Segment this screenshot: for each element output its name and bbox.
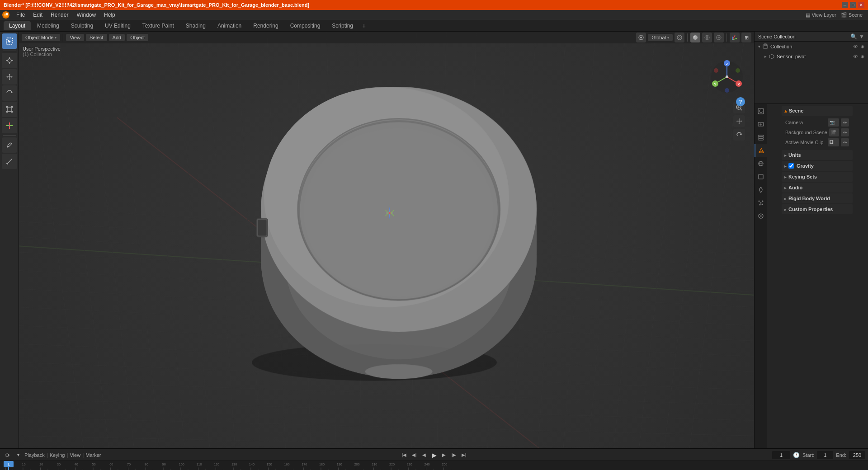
tab-sculpting[interactable]: Sculpting <box>66 21 99 30</box>
playback-menu-label[interactable]: Playback <box>24 452 45 458</box>
collection-visibility-icon[interactable]: 👁 <box>853 44 858 49</box>
close-button[interactable]: ✕ <box>858 2 864 8</box>
prev-frame-btn[interactable]: ◀ <box>420 451 429 460</box>
keying-sets-header[interactable]: ▸ Keying Sets <box>782 172 853 182</box>
measure-tool-button[interactable] <box>2 154 17 169</box>
menu-edit[interactable]: Edit <box>29 11 46 19</box>
scene-props-tab[interactable] <box>755 144 767 157</box>
proportional-edit-btn[interactable] <box>675 33 684 42</box>
modifier-props-tab[interactable] <box>755 183 767 196</box>
rigid-body-world-header[interactable]: ▸ Rigid Body World <box>782 193 853 203</box>
frame-ruler[interactable]: 1 1 10 20 30 40 50 60 <box>0 461 868 470</box>
viewport-shading-solid[interactable] <box>690 33 700 42</box>
outliner-search-icon[interactable]: 🔍 <box>850 33 857 40</box>
movie-clip-edit-btn[interactable]: ✏ <box>841 138 849 146</box>
next-keyframe-btn[interactable]: |▶ <box>449 451 458 460</box>
cursor-tool-button[interactable] <box>2 53 17 68</box>
blender-logo-icon[interactable] <box>2 11 10 19</box>
outliner-filter-icon[interactable]: ▼ <box>859 33 864 40</box>
world-props-tab[interactable] <box>755 157 767 170</box>
particles-tab[interactable] <box>755 197 767 209</box>
prev-keyframe-btn[interactable]: ◀| <box>410 451 419 460</box>
menu-file[interactable]: File <box>13 11 28 19</box>
timeline-dropdown-arrow[interactable]: ▾ <box>14 451 23 460</box>
timeline-settings-icon[interactable] <box>3 451 12 460</box>
tab-animation[interactable]: Animation <box>212 21 247 30</box>
keying-menu-label[interactable]: Keying <box>50 452 65 458</box>
camera-edit-btn[interactable]: ✏ <box>841 118 849 127</box>
view-menu-label[interactable]: View <box>70 452 81 458</box>
scene-section-header[interactable]: ▴ Scene <box>782 106 853 116</box>
minimize-button[interactable]: ─ <box>842 2 848 8</box>
output-props-tab[interactable] <box>755 118 767 131</box>
next-frame-btn[interactable]: ▶ <box>439 451 448 460</box>
marker-menu-label[interactable]: Marker <box>85 452 101 458</box>
transform-tool-button[interactable] <box>2 118 17 133</box>
tab-compositing[interactable]: Compositing <box>285 21 326 30</box>
maximize-button[interactable]: □ <box>850 2 856 8</box>
add-menu[interactable]: Add <box>109 34 125 41</box>
tab-texture-paint[interactable]: Texture Paint <box>137 21 179 30</box>
move-tool-button[interactable] <box>2 69 17 85</box>
end-frame-input[interactable]: 250 <box>849 451 865 459</box>
help-badge[interactable]: ? <box>736 97 745 106</box>
add-workspace-tab[interactable]: + <box>359 22 368 29</box>
show-gizmo-btn[interactable] <box>730 33 740 42</box>
custom-props-header[interactable]: ▸ Custom Properties <box>782 204 853 214</box>
select-menu[interactable]: Select <box>86 34 107 41</box>
camera-value-btn[interactable]: 📷 <box>828 118 839 127</box>
background-scene-btn[interactable]: 🎬 <box>829 128 839 136</box>
sensor-visibility-icon[interactable]: 👁 <box>853 54 858 59</box>
svg-text:Z: Z <box>726 62 728 66</box>
transform-orientation-dropdown[interactable]: Global ▾ <box>648 34 673 41</box>
rotate-tool-button[interactable] <box>2 85 17 101</box>
tab-shading[interactable]: Shading <box>180 21 211 30</box>
outliner-sensor-item[interactable]: ▸ Sensor_pivot 👁 ◉ <box>755 52 868 61</box>
sensor-render-icon[interactable]: ◉ <box>861 54 864 59</box>
tab-uv-editing[interactable]: UV Editing <box>99 21 136 30</box>
menu-render[interactable]: Render <box>47 11 72 19</box>
cursor-icon <box>5 56 14 65</box>
viewport-3d[interactable]: Object Mode ▾ View Select Add Object Glo… <box>19 32 754 448</box>
viewport-shading-material[interactable] <box>702 33 712 42</box>
snap-icon-btn[interactable] <box>636 33 646 42</box>
axis-gizmo[interactable]: Z X Y <box>709 59 745 95</box>
start-frame-input[interactable]: 1 <box>817 451 833 459</box>
view-layer-tab[interactable] <box>755 131 767 144</box>
audio-section-header[interactable]: ▸ Audio <box>782 183 853 193</box>
jump-to-end-btn[interactable]: ▶| <box>459 451 468 460</box>
annotate-tool-button[interactable] <box>2 137 17 153</box>
camera-icon-small: 📷 <box>830 120 835 125</box>
collection-render-icon[interactable]: ◉ <box>861 44 864 49</box>
pan-button[interactable] <box>733 115 745 127</box>
gravity-enabled-checkbox[interactable] <box>788 163 794 169</box>
current-frame-display[interactable]: 1 <box>772 451 790 459</box>
object-menu[interactable]: Object <box>127 34 148 41</box>
tab-rendering[interactable]: Rendering <box>248 21 283 30</box>
show-overlays-btn[interactable]: ⊞ <box>741 33 751 42</box>
select-tool-button[interactable] <box>2 33 17 49</box>
play-pause-btn[interactable]: ▶ <box>429 451 439 460</box>
tab-scripting[interactable]: Scripting <box>326 21 359 30</box>
object-props-tab[interactable] <box>755 170 767 183</box>
outliner-collection-item[interactable]: ▾ Collection 👁 ◉ <box>755 42 868 52</box>
workspace-tabs: Layout Modeling Sculpting UV Editing Tex… <box>0 20 868 32</box>
object-mode-dropdown[interactable]: Object Mode ▾ <box>22 34 60 41</box>
end-frame-value: 250 <box>853 452 861 458</box>
scale-tool-button[interactable] <box>2 102 17 117</box>
menu-window[interactable]: Window <box>73 11 99 19</box>
render-props-tab[interactable] <box>755 105 767 118</box>
view-menu[interactable]: View <box>66 34 84 41</box>
menu-help[interactable]: Help <box>100 11 119 19</box>
background-scene-edit-btn[interactable]: ✏ <box>841 128 849 136</box>
physics-tab[interactable] <box>755 210 767 222</box>
tab-modeling[interactable]: Modeling <box>32 21 65 30</box>
jump-to-start-btn[interactable]: |◀ <box>400 451 409 460</box>
timeline-sep1: | <box>47 452 48 458</box>
viewport-shading-render[interactable] <box>714 33 724 42</box>
tab-layout[interactable]: Layout <box>4 21 31 30</box>
orbit-button[interactable] <box>733 129 745 141</box>
units-section-header[interactable]: ▸ Units <box>782 150 853 160</box>
gravity-section-header[interactable]: ▸ Gravity <box>782 161 853 171</box>
active-movie-clip-btn[interactable]: 🎞 <box>828 138 839 146</box>
